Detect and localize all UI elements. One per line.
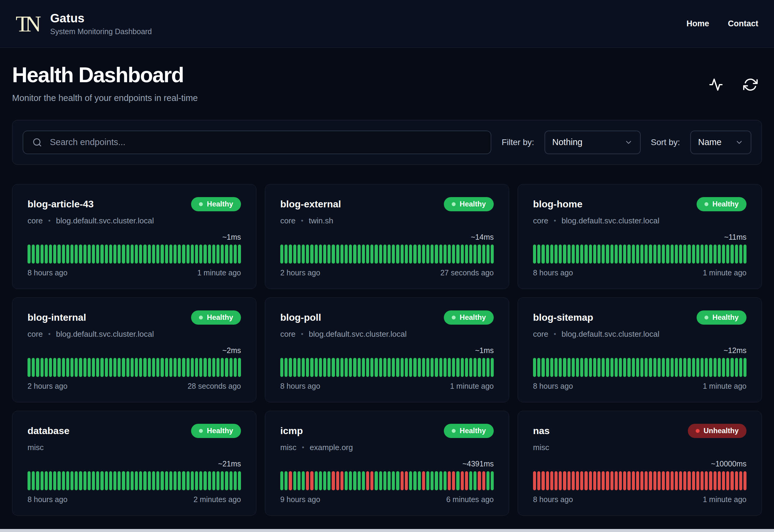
status-bar[interactable] — [478, 245, 481, 264]
status-bar[interactable] — [671, 471, 674, 490]
status-bar[interactable] — [208, 358, 211, 377]
status-bar[interactable] — [537, 245, 540, 264]
status-bar[interactable] — [88, 358, 91, 377]
status-bar[interactable] — [238, 471, 241, 490]
status-bar[interactable] — [100, 245, 103, 264]
status-bar[interactable] — [388, 358, 391, 377]
status-bar[interactable] — [653, 358, 656, 377]
status-bar[interactable] — [627, 471, 630, 490]
status-bar[interactable] — [289, 245, 292, 264]
status-bar[interactable] — [285, 471, 288, 490]
status-bar[interactable] — [302, 471, 305, 490]
status-bar[interactable] — [435, 358, 438, 377]
status-bar[interactable] — [392, 358, 395, 377]
status-bar[interactable] — [174, 471, 177, 490]
status-bar[interactable] — [148, 245, 151, 264]
status-bar[interactable] — [280, 358, 283, 377]
status-bar[interactable] — [92, 245, 95, 264]
status-bar[interactable] — [349, 471, 352, 490]
status-bar[interactable] — [383, 471, 386, 490]
status-bar[interactable] — [679, 358, 682, 377]
status-bar[interactable] — [461, 358, 464, 377]
status-bar[interactable] — [280, 245, 283, 264]
status-bar[interactable] — [70, 245, 73, 264]
status-bar[interactable] — [473, 245, 476, 264]
status-bar[interactable] — [610, 245, 613, 264]
status-bar[interactable] — [315, 245, 318, 264]
status-bar[interactable] — [413, 471, 416, 490]
status-bar[interactable] — [546, 358, 549, 377]
status-bar[interactable] — [187, 471, 190, 490]
status-bar[interactable] — [345, 471, 348, 490]
status-bar[interactable] — [195, 358, 198, 377]
status-bar[interactable] — [327, 245, 330, 264]
status-bar[interactable] — [32, 471, 35, 490]
status-bar[interactable] — [739, 358, 742, 377]
status-bar[interactable] — [645, 358, 648, 377]
status-bar[interactable] — [105, 471, 108, 490]
status-bar[interactable] — [683, 471, 686, 490]
status-bar[interactable] — [169, 245, 172, 264]
status-bar[interactable] — [714, 471, 717, 490]
status-bar[interactable] — [709, 245, 712, 264]
status-bar[interactable] — [358, 358, 361, 377]
status-bar[interactable] — [238, 358, 241, 377]
status-bar[interactable] — [422, 245, 425, 264]
status-bar[interactable] — [671, 245, 674, 264]
status-bar[interactable] — [302, 358, 305, 377]
status-bar[interactable] — [461, 245, 464, 264]
status-bar[interactable] — [563, 358, 566, 377]
status-bar[interactable] — [606, 245, 609, 264]
status-bar[interactable] — [735, 245, 738, 264]
status-bar[interactable] — [191, 358, 194, 377]
status-bar[interactable] — [473, 358, 476, 377]
status-bar[interactable] — [156, 471, 159, 490]
status-bar[interactable] — [165, 471, 168, 490]
status-bar[interactable] — [41, 245, 44, 264]
status-bar[interactable] — [83, 471, 86, 490]
status-bar[interactable] — [640, 471, 643, 490]
status-bar[interactable] — [405, 358, 408, 377]
status-bar[interactable] — [537, 471, 540, 490]
status-bar[interactable] — [135, 471, 138, 490]
status-bar[interactable] — [340, 245, 343, 264]
status-bar[interactable] — [444, 471, 447, 490]
status-bar[interactable] — [182, 471, 185, 490]
status-bar[interactable] — [705, 471, 708, 490]
status-bar[interactable] — [353, 245, 356, 264]
status-bar[interactable] — [96, 245, 99, 264]
status-bar[interactable] — [53, 471, 56, 490]
status-bar[interactable] — [161, 245, 164, 264]
status-bar[interactable] — [362, 245, 365, 264]
status-bar[interactable] — [675, 358, 678, 377]
status-bar[interactable] — [649, 471, 652, 490]
status-bar[interactable] — [482, 471, 485, 490]
status-bar[interactable] — [413, 358, 416, 377]
status-bar[interactable] — [199, 471, 202, 490]
filter-select[interactable]: Nothing — [545, 131, 641, 154]
status-bar[interactable] — [370, 358, 373, 377]
status-bar[interactable] — [70, 471, 73, 490]
status-bar[interactable] — [75, 471, 78, 490]
status-bar[interactable] — [619, 245, 622, 264]
status-bar[interactable] — [212, 358, 215, 377]
status-bar[interactable] — [469, 358, 472, 377]
status-bar[interactable] — [662, 471, 665, 490]
status-bar[interactable] — [238, 245, 241, 264]
status-bar[interactable] — [161, 471, 164, 490]
status-bar[interactable] — [396, 245, 399, 264]
status-bar[interactable] — [289, 358, 292, 377]
status-bar[interactable] — [169, 358, 172, 377]
status-bar[interactable] — [662, 358, 665, 377]
status-bar[interactable] — [353, 471, 356, 490]
status-bar[interactable] — [623, 245, 626, 264]
nav-link-home[interactable]: Home — [686, 19, 709, 28]
status-bar[interactable] — [726, 471, 729, 490]
status-bar[interactable] — [632, 358, 635, 377]
status-bar[interactable] — [593, 245, 596, 264]
status-bar[interactable] — [606, 471, 609, 490]
status-bar[interactable] — [161, 358, 164, 377]
status-bar[interactable] — [293, 471, 296, 490]
search-input[interactable] — [23, 131, 491, 154]
status-bar[interactable] — [546, 471, 549, 490]
